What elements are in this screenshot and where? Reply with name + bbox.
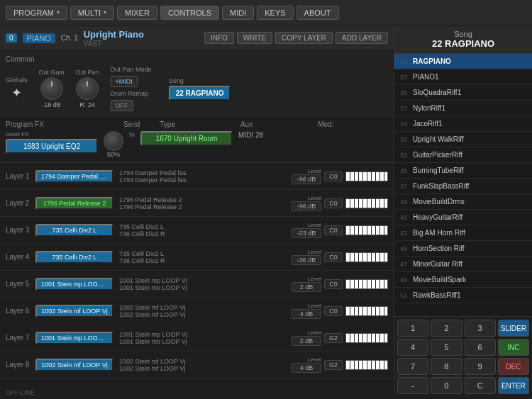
song-list-item[interactable]: 47 MinorGuitar Riff	[394, 257, 532, 272]
layer-name-button[interactable]: 1001 Stein mp LOOP Vj	[35, 278, 113, 291]
layer-name-button[interactable]: 1796 Pedal Release 2	[35, 197, 113, 210]
song-list-item[interactable]: 31 Upright WalkRiff	[394, 132, 532, 147]
level-label: Level	[308, 276, 321, 282]
numpad-button[interactable]: 4	[397, 339, 428, 356]
layer-level-area: Level 2 dB	[290, 276, 321, 292]
song-list-item[interactable]: 51 RawkBassRiff1	[394, 288, 532, 303]
song-list-item[interactable]: 37 FunkSlapBassRiff	[394, 179, 532, 194]
about-button[interactable]: ABOUT	[297, 6, 339, 20]
note-button[interactable]: C0	[324, 172, 343, 181]
out-pan-mode-btn[interactable]: +MIDI	[111, 76, 138, 87]
note-button[interactable]: G2	[324, 333, 343, 343]
channel-header: 0 PIANO Ch. 1 Upright Piano VAST INFO WR…	[0, 26, 394, 51]
song-panel-name: 22 RAGPIANO	[399, 38, 528, 49]
piano-mini	[345, 279, 388, 289]
song-list-item[interactable]: 35 BurningTubeRiff	[394, 163, 532, 179]
numpad-button[interactable]: 2	[431, 320, 462, 337]
controls-button[interactable]: CONTROLS	[160, 6, 219, 20]
layer-file2: 1001 Stein mo LOOP Vj	[119, 284, 287, 291]
layer-name-button[interactable]: 1001 Stein mp LOOP Vj	[35, 332, 113, 344]
layer-file2: 1001 Stein mo LOOP Vj	[119, 338, 287, 345]
layer-file2: 1794 Damper Pedal fas	[119, 176, 287, 184]
song-list-item[interactable]: 23 PIANO1	[394, 69, 532, 85]
note-button[interactable]: C0	[324, 279, 343, 289]
drum-remap-label: Drum Remap	[111, 90, 149, 97]
numpad-button[interactable]: 1	[397, 320, 428, 337]
numpad-button[interactable]: -	[397, 377, 428, 394]
layer-file1: 1002 Stein mf LOOP Vj	[119, 304, 287, 311]
numpad-button[interactable]: C	[465, 377, 496, 394]
song-list-item[interactable]: 45 HornSection Riff	[394, 241, 532, 257]
layer-file1: 1794 Damper Pedal fas	[119, 169, 287, 176]
fx-room-button[interactable]: 1670 Upright Room	[140, 131, 233, 146]
numpad-button[interactable]: 7	[397, 358, 428, 375]
drum-remap-area: Drum Remap OFF	[111, 90, 152, 111]
numpad-button[interactable]: 3	[465, 320, 496, 337]
out-pan-mode-area: Out Pan Mode +MIDI	[111, 66, 152, 87]
note-button[interactable]: C0	[324, 225, 343, 235]
numpad-button[interactable]: INC	[498, 339, 529, 356]
song-num: 41	[400, 214, 413, 221]
numpad-button[interactable]: DEC	[498, 358, 529, 375]
type-col: %	[129, 131, 135, 138]
send-knob[interactable]	[104, 131, 123, 151]
write-button[interactable]: WRITE	[237, 32, 272, 44]
numpad-button[interactable]: 0	[431, 377, 462, 394]
fx-insert-button[interactable]: 1683 Upright EQ2	[6, 139, 98, 154]
song-num: 51	[400, 292, 413, 299]
note-button[interactable]: C0	[324, 252, 343, 262]
note-button[interactable]: C0	[324, 198, 343, 208]
layer-files: 1794 Damper Pedal fas 1794 Damper Pedal …	[113, 169, 287, 184]
add-layer-button[interactable]: ADD LAYER	[336, 32, 388, 44]
numpad-button[interactable]: 9	[465, 358, 496, 375]
piano-mini	[345, 198, 388, 208]
layer-row: Layer 8 1002 Stein mf LOOP Vj 1002 Stein…	[0, 352, 394, 378]
mixer-button[interactable]: MIXER	[117, 6, 157, 20]
song-list-item[interactable]: 29 JacoRiff1	[394, 116, 532, 132]
channel-name-badge: PIANO	[23, 33, 55, 43]
note-button[interactable]: G2	[324, 360, 343, 370]
song-list-item[interactable]: 39 MovieBuildDrms	[394, 194, 532, 210]
keys-button[interactable]: KEYS	[257, 6, 293, 20]
song-list-item[interactable]: 43 Big AM Horn Riff	[394, 225, 532, 241]
out-gain-knob[interactable]	[40, 77, 63, 100]
song-num: 45	[400, 245, 413, 252]
out-pan-knob[interactable]	[76, 77, 99, 100]
song-list-item[interactable]: 25 SloQuadraRiff1	[394, 85, 532, 101]
numpad-button[interactable]: ENTER	[498, 377, 529, 394]
layer-name-button[interactable]: 1794 Damper Pedal fas	[35, 170, 113, 183]
song-list-item[interactable]: 33 GuitarPickerRiff	[394, 147, 532, 163]
layer-files: 1796 Pedal Release 2 1796 Pedal Release …	[113, 196, 287, 210]
song-list-item[interactable]: 22 RAGPIANO	[394, 54, 532, 69]
layer-name-button[interactable]: 1002 Stein mf LOOP Vj	[35, 359, 113, 371]
midi-button[interactable]: MIDI	[222, 6, 254, 20]
layer-name-button[interactable]: 735 Celli Div2 L	[35, 251, 113, 264]
song-list: 22 RAGPIANO 23 PIANO1 25 SloQuadraRiff1 …	[394, 54, 532, 316]
channel-ch: Ch. 1	[61, 34, 78, 42]
numpad-button[interactable]: 8	[431, 358, 462, 375]
song-name-button[interactable]: 22 RAGPIANO	[169, 86, 231, 101]
numpad-button[interactable]: SLIDER	[498, 320, 529, 337]
program-button[interactable]: PROGRAM ▾	[6, 6, 67, 20]
song-list-item[interactable]: 41 HeavyGuitarRiff	[394, 210, 532, 225]
piano-mini	[345, 252, 388, 262]
layer-label: Layer 5	[6, 280, 35, 288]
numpad-button[interactable]: 5	[431, 339, 462, 356]
copy-layer-button[interactable]: COPY LAYER	[275, 32, 333, 44]
note-button[interactable]: C0	[324, 306, 343, 316]
multi-button[interactable]: MULTI ▾	[70, 6, 114, 20]
layer-name-button[interactable]: 1002 Stein mf LOOP Vj	[35, 305, 113, 317]
layer-name-button[interactable]: 735 Celli Div2 L	[35, 224, 113, 237]
layers-area: Layer 1 1794 Damper Pedal fas 1794 Dampe…	[0, 163, 394, 386]
layer-level-area: Level -96 dB	[290, 195, 321, 211]
song-list-item[interactable]: 27 NylonRiff1	[394, 101, 532, 116]
fx-row: Insert FX 1683 Upright EQ2 50% % 1670 Up…	[6, 131, 388, 158]
drum-remap-btn[interactable]: OFF	[111, 100, 133, 111]
song-num: 33	[400, 152, 413, 159]
layer-label: Layer 8	[6, 361, 35, 369]
song-list-item[interactable]: 49 MovieBuildSpark	[394, 272, 532, 288]
numpad-button[interactable]: 6	[465, 339, 496, 356]
info-button[interactable]: INFO	[204, 32, 234, 44]
channel-plugin: VAST	[84, 40, 204, 47]
layer-file2: 736 Celli Div2 R	[119, 257, 287, 264]
